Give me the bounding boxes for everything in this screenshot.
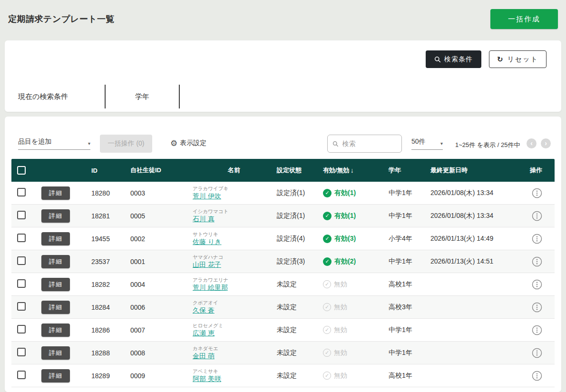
prev-page-button[interactable]: ‹ xyxy=(527,138,537,148)
row-checkbox[interactable] xyxy=(17,325,26,333)
row-updated: 2026/01/13(火) 14:49 xyxy=(429,235,518,243)
more-options-icon[interactable] xyxy=(532,234,542,244)
enabled-badge: ✓ 無効 xyxy=(323,349,387,357)
row-name-cell: ヒロセメグミ 広瀬 恵 xyxy=(191,323,275,337)
row-name-link[interactable]: 金田 萌 xyxy=(193,353,215,360)
page: 定期請求テンプレート一覧 一括作成 検索条件 ↻ リセット 現在の検索条件 学年… xyxy=(0,0,566,392)
add-item-label: 品目を追加 xyxy=(18,137,51,146)
detail-button[interactable]: 詳細 xyxy=(41,346,70,360)
detail-button[interactable]: 詳細 xyxy=(41,209,70,223)
detail-button[interactable]: 詳細 xyxy=(41,301,70,314)
row-enabled-cell: ✓ 無効 xyxy=(322,326,387,334)
row-name-cell: アラカワイブキ 荒川 伊吹 xyxy=(191,186,275,200)
row-name-kana: ヒロセメグミ xyxy=(193,323,275,328)
row-grade: 高校1年 xyxy=(387,280,429,289)
row-id: 18281 xyxy=(90,212,129,220)
enabled-badge: ✓ 有効(2) xyxy=(323,257,387,266)
row-enabled-cell: ✓ 無効 xyxy=(322,349,387,357)
row-name-link[interactable]: 阿部 美咲 xyxy=(193,375,221,382)
row-checkbox[interactable] xyxy=(17,256,26,265)
detail-button[interactable]: 詳細 xyxy=(41,323,70,337)
row-grade: 小学4年 xyxy=(387,235,429,243)
enabled-label: 有効(1) xyxy=(334,212,356,220)
next-page-button[interactable]: › xyxy=(541,138,551,148)
row-grade: 高校1年 xyxy=(387,372,429,380)
more-options-icon[interactable] xyxy=(532,279,542,290)
search-conditions-button[interactable]: 検索条件 xyxy=(426,50,481,68)
header-grade: 学年 xyxy=(387,166,429,175)
row-student-id: 0009 xyxy=(129,372,191,380)
templates-table: ID 自社生徒ID 名前 設定状態 有効/無効 ↓ 学年 最終更新日時 操作 詳… xyxy=(11,159,555,387)
row-name-link[interactable]: 久保 蒼 xyxy=(193,307,215,314)
pagination-range: 1~25件 を表示 / 25件中 xyxy=(455,141,520,149)
enabled-label: 無効 xyxy=(334,326,347,334)
check-circle-icon: ✓ xyxy=(323,189,332,197)
row-checkbox[interactable] xyxy=(17,188,26,196)
more-options-icon[interactable] xyxy=(532,211,542,221)
row-id: 18280 xyxy=(90,189,129,197)
detail-button[interactable]: 詳細 xyxy=(41,232,70,245)
row-name-link[interactable]: 広瀬 恵 xyxy=(193,330,215,337)
header-enabled-sort[interactable]: 有効/無効 ↓ xyxy=(322,166,387,175)
row-name-link[interactable]: 佐藤 りき xyxy=(193,238,222,245)
table-row: 詳細 18289 0009 アベミサキ 阿部 美咲 未設定 ✓ 無効 高校1年 xyxy=(11,364,555,387)
row-name-link[interactable]: 山田 花子 xyxy=(193,261,221,268)
check-circle-icon: ✓ xyxy=(323,257,332,266)
row-name-cell: カネダモエ 金田 萌 xyxy=(191,346,275,360)
more-options-icon[interactable] xyxy=(532,325,542,335)
row-status: 未設定 xyxy=(275,303,322,312)
display-settings-button[interactable]: ⚙ 表示設定 xyxy=(170,139,206,147)
enabled-label: 無効 xyxy=(334,349,347,357)
display-settings-label: 表示設定 xyxy=(180,139,206,147)
enabled-badge: ✓ 無効 xyxy=(323,326,387,334)
row-checkbox[interactable] xyxy=(17,279,26,288)
enabled-badge: ✓ 有効(3) xyxy=(323,235,387,243)
more-options-icon[interactable] xyxy=(532,371,542,381)
select-all-checkbox[interactable] xyxy=(17,166,26,175)
detail-button[interactable]: 詳細 xyxy=(41,255,70,268)
row-checkbox[interactable] xyxy=(17,371,26,379)
row-checkbox[interactable] xyxy=(17,348,26,356)
row-checkbox[interactable] xyxy=(17,302,26,311)
row-student-id: 0007 xyxy=(129,326,191,334)
row-status: 未設定 xyxy=(275,280,322,289)
row-grade: 中学1年 xyxy=(387,257,429,266)
more-options-icon[interactable] xyxy=(532,256,542,267)
reset-button[interactable]: ↻ リセット xyxy=(489,50,546,68)
current-conditions-label: 現在の検索条件 xyxy=(18,85,105,108)
row-updated: 2026/01/08(木) 13:34 xyxy=(429,212,518,220)
header-status: 設定状態 xyxy=(275,166,322,175)
sort-desc-icon: ↓ xyxy=(351,167,354,174)
more-options-icon[interactable] xyxy=(532,188,542,198)
search-input[interactable] xyxy=(342,140,397,147)
row-grade: 中学1年 xyxy=(387,326,429,334)
row-name-link[interactable]: 荒川 伊吹 xyxy=(193,193,221,200)
header-name: 名前 xyxy=(191,166,275,175)
more-options-icon[interactable] xyxy=(532,348,542,358)
detail-button[interactable]: 詳細 xyxy=(41,278,70,291)
row-name-cell: クボアオイ 久保 蒼 xyxy=(191,300,275,314)
per-page-select[interactable]: 50件 ▾ xyxy=(411,137,443,150)
row-name-cell: サトウリキ 佐藤 りき xyxy=(191,232,275,245)
search-icon xyxy=(332,140,339,147)
detail-button[interactable]: 詳細 xyxy=(41,186,70,200)
row-name-link[interactable]: 石川 真 xyxy=(193,216,215,223)
row-checkbox[interactable] xyxy=(17,211,26,219)
row-status: 未設定 xyxy=(275,372,322,380)
reload-icon: ↻ xyxy=(497,55,504,64)
add-item-select[interactable]: 品目を追加 ▾ xyxy=(18,137,90,150)
search-actions: 検索条件 ↻ リセット xyxy=(426,50,546,68)
bulk-create-button[interactable]: 一括作成 xyxy=(490,9,558,29)
row-grade: 中学1年 xyxy=(387,212,429,220)
row-grade: 中学1年 xyxy=(387,349,429,357)
more-options-icon[interactable] xyxy=(532,302,542,313)
row-enabled-cell: ✓ 無効 xyxy=(322,280,387,289)
row-student-id: 0008 xyxy=(129,349,191,357)
detail-button[interactable]: 詳細 xyxy=(41,369,70,382)
table-row: 詳細 18286 0007 ヒロセメグミ 広瀬 恵 未設定 ✓ 無効 中学1年 xyxy=(11,319,555,342)
row-name-link[interactable]: 荒川 絵里那 xyxy=(193,284,228,291)
row-checkbox[interactable] xyxy=(17,234,26,242)
check-circle-icon: ✓ xyxy=(323,212,332,220)
check-circle-icon: ✓ xyxy=(323,326,331,334)
bulk-action-button[interactable]: 一括操作 (0) xyxy=(100,135,152,153)
